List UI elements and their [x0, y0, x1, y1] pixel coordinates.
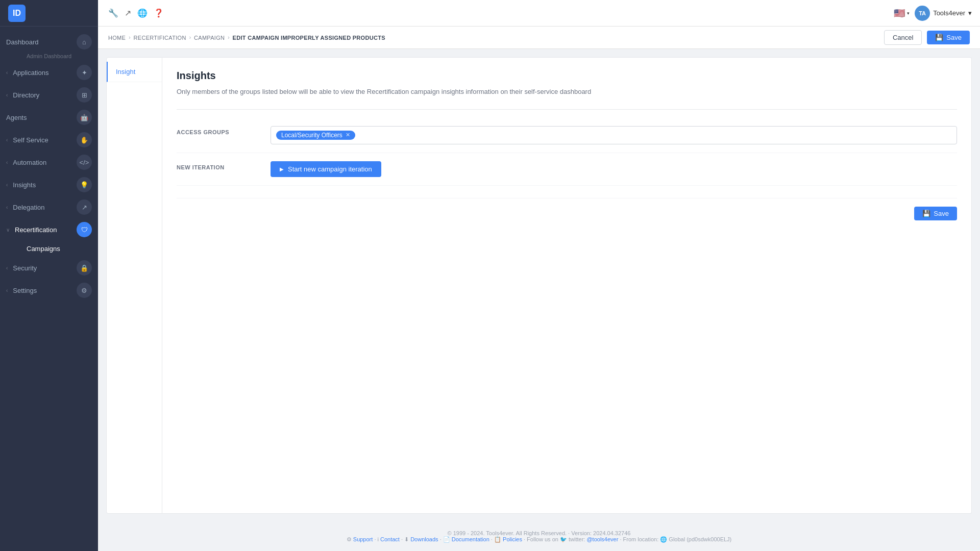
- footer-contact-link[interactable]: Contact: [380, 536, 400, 542]
- access-group-tag: Local/Security Officers ✕: [276, 131, 355, 140]
- avatar: TA: [915, 6, 930, 21]
- breadcrumb: HOME › RECERTIFICATION › CAMPAIGN › EDIT…: [108, 35, 385, 41]
- access-groups-row: ACCESS GROUPS Local/Security Officers ✕: [177, 118, 957, 153]
- security-icon: 🔒: [77, 260, 92, 276]
- sidebar-item-automation[interactable]: ‹ Automation </>: [0, 151, 98, 173]
- tab-insight[interactable]: Insight: [107, 62, 162, 82]
- chevron-left-icon: ‹: [6, 160, 8, 165]
- footer-copyright: © 1999 - 2024. Tools4ever. All Rights Re…: [106, 530, 972, 536]
- sidebar-logo: ID: [0, 0, 98, 27]
- chevron-left-icon: ‹: [6, 288, 8, 293]
- footer-support-link[interactable]: Support: [353, 536, 373, 542]
- breadcrumb-campaign[interactable]: CAMPAIGN: [194, 35, 225, 41]
- agents-icon: 🤖: [77, 110, 92, 125]
- tag-field[interactable]: Local/Security Officers ✕: [271, 126, 957, 144]
- settings-icon: ⚙: [77, 283, 92, 298]
- tag-label: Local/Security Officers: [281, 132, 342, 139]
- tab-panel: Insight: [106, 57, 162, 514]
- sidebar: ID Dashboard ⌂ Admin Dashboard ‹ Applica…: [0, 0, 98, 551]
- sidebar-label-automation: Automation: [13, 159, 46, 166]
- page-footer: © 1999 - 2024. Tools4ever. All Rights Re…: [98, 522, 980, 551]
- delegation-icon: ↗: [77, 199, 92, 215]
- wrench-icon[interactable]: 🔧: [108, 8, 118, 18]
- sidebar-label-agents: Agents: [6, 114, 27, 121]
- breadcrumb-recertification[interactable]: RECERTIFICATION: [134, 35, 186, 41]
- chevron-left-icon: ‹: [6, 137, 8, 143]
- sidebar-item-dashboard[interactable]: Dashboard ⌂: [0, 31, 98, 53]
- breadcrumb-bar: HOME › RECERTIFICATION › CAMPAIGN › EDIT…: [98, 27, 980, 49]
- flag-icon: 🇺🇸: [894, 8, 905, 19]
- section-title: Insights: [177, 70, 957, 82]
- username-label: Tools4ever: [933, 9, 965, 17]
- footer-policies-link[interactable]: Policies: [503, 536, 522, 542]
- cancel-button[interactable]: Cancel: [884, 30, 922, 45]
- access-groups-field[interactable]: Local/Security Officers ✕: [271, 126, 957, 144]
- iteration-button-label: Start new campaign iteration: [288, 165, 372, 173]
- play-icon: ▶: [280, 166, 284, 172]
- chevron-left-icon: ‹: [6, 265, 8, 271]
- footer-downloads-link[interactable]: Downloads: [410, 536, 438, 542]
- sidebar-item-applications[interactable]: ‹ Applications ✦: [0, 61, 98, 84]
- help-icon[interactable]: ❓: [154, 8, 164, 18]
- sidebar-label-settings: Settings: [13, 287, 37, 294]
- footer-location: Global (pd0sdwk000ELJ): [669, 536, 731, 542]
- breadcrumb-current: EDIT CAMPAIGN IMPROPERLY ASSIGNED PRODUC…: [233, 35, 385, 41]
- chevron-down-icon: ∨: [6, 227, 10, 233]
- new-iteration-label: NEW ITERATION: [177, 161, 258, 170]
- sidebar-item-directory[interactable]: ‹ Directory ⊞: [0, 84, 98, 106]
- insights-icon: 💡: [77, 177, 92, 192]
- breadcrumb-sep-3: ›: [228, 35, 229, 40]
- app-logo[interactable]: ID: [8, 5, 26, 22]
- topbar: 🔧 ↗ 🌐 ❓ 🇺🇸 ▾ TA Tools4ever ▾: [0, 0, 980, 27]
- dashboard-sub: Admin Dashboard: [0, 53, 98, 61]
- flag-chevron-icon: ▾: [907, 11, 910, 16]
- sidebar-label-insights: Insights: [13, 181, 36, 189]
- access-groups-label: ACCESS GROUPS: [177, 126, 258, 135]
- sidebar-label-dashboard: Dashboard: [6, 38, 39, 46]
- footer-documentation-link[interactable]: Documentation: [452, 536, 489, 542]
- breadcrumb-sep-2: ›: [189, 35, 191, 40]
- breadcrumb-sep-1: ›: [129, 35, 130, 40]
- topbar-right: 🇺🇸 ▾ TA Tools4ever ▾: [894, 6, 972, 21]
- user-menu[interactable]: TA Tools4ever ▾: [915, 6, 972, 21]
- sidebar-item-insights[interactable]: ‹ Insights 💡: [0, 173, 98, 196]
- sidebar-item-recertification[interactable]: ∨ Recertification 🛡: [0, 218, 98, 241]
- sidebar-label-recertification: Recertification: [15, 226, 57, 234]
- dashboard-icon: ⌂: [77, 34, 92, 49]
- topbar-icons: 🔧 ↗ 🌐 ❓: [108, 8, 164, 18]
- chevron-left-icon: ‹: [6, 182, 8, 188]
- save-icon: 💾: [935, 34, 943, 41]
- sidebar-item-selfservice[interactable]: ‹ Self Service ✋: [0, 129, 98, 151]
- footer-twitter-link[interactable]: @tools4ever: [586, 536, 618, 542]
- automation-icon: </>: [77, 155, 92, 170]
- recertification-icon: 🛡: [77, 222, 92, 237]
- save-icon-bottom: 💾: [922, 210, 930, 217]
- breadcrumb-home[interactable]: HOME: [108, 35, 126, 41]
- save-button-top[interactable]: 💾 Save: [927, 31, 970, 44]
- globe-icon[interactable]: 🌐: [137, 8, 148, 18]
- new-iteration-field: ▶ Start new campaign iteration: [271, 161, 957, 177]
- save-label-bottom: Save: [934, 210, 949, 217]
- section-description: Only members of the groups listed below …: [177, 87, 957, 97]
- sidebar-item-delegation[interactable]: ‹ Delegation ↗: [0, 196, 98, 218]
- user-chevron-icon: ▾: [968, 9, 972, 17]
- sidebar-item-settings[interactable]: ‹ Settings ⚙: [0, 279, 98, 302]
- tag-remove-icon[interactable]: ✕: [346, 132, 350, 138]
- sidebar-item-agents[interactable]: Agents 🤖: [0, 106, 98, 129]
- sidebar-item-security[interactable]: ‹ Security 🔒: [0, 257, 98, 279]
- content-area: Insight Insights Only members of the gro…: [98, 49, 980, 522]
- main-card: Insights Only members of the groups list…: [162, 57, 972, 514]
- sidebar-subitem-campaigns[interactable]: Campaigns: [0, 241, 98, 257]
- form-divider: [177, 109, 957, 110]
- sidebar-label-delegation: Delegation: [13, 204, 44, 211]
- sidebar-label-directory: Directory: [13, 91, 39, 99]
- chevron-left-icon: ‹: [6, 92, 8, 98]
- sidebar-label-selfservice: Self Service: [13, 136, 48, 144]
- applications-icon: ✦: [77, 65, 92, 80]
- cursor-icon[interactable]: ↗: [125, 8, 131, 18]
- start-iteration-button[interactable]: ▶ Start new campaign iteration: [271, 161, 381, 177]
- save-button-bottom[interactable]: 💾 Save: [914, 207, 957, 220]
- breadcrumb-actions: Cancel 💾 Save: [884, 30, 970, 45]
- card-footer: 💾 Save: [177, 198, 957, 220]
- language-selector[interactable]: 🇺🇸 ▾: [894, 8, 910, 19]
